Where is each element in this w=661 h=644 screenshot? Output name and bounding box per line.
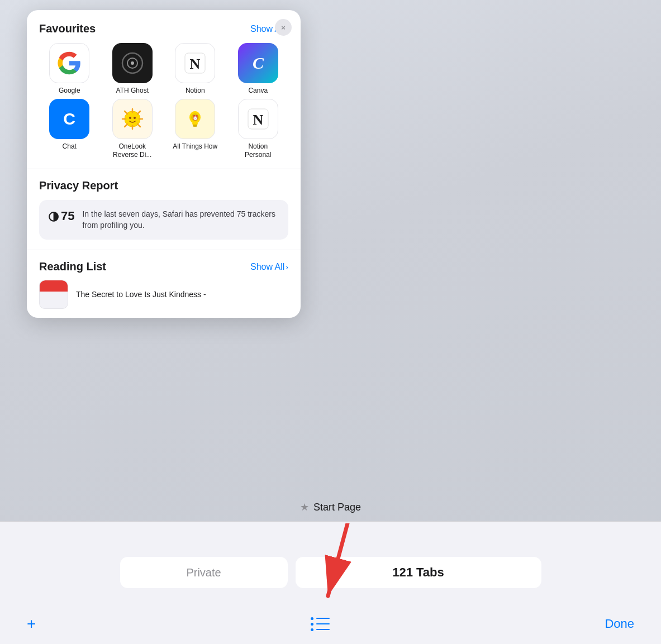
section-divider-2 (27, 250, 301, 250)
canva-icon: C (238, 43, 278, 83)
app-item-onelook[interactable]: OneLook Reverse Di... (102, 99, 163, 159)
tracker-count: 75 (61, 209, 74, 223)
svg-line-12 (125, 111, 127, 114)
list-dot-3 (311, 628, 313, 631)
favourites-title: Favourites (39, 22, 96, 35)
svg-line-15 (125, 124, 127, 127)
privacy-report-section: Privacy Report ◑ 75 In the last seven da… (39, 179, 288, 240)
svg-text:C: C (253, 54, 264, 72)
reading-list-show-all[interactable]: Show All › (250, 262, 288, 272)
svg-point-16 (129, 117, 131, 119)
svg-text:⏰: ⏰ (192, 115, 199, 121)
close-button[interactable]: × (275, 19, 292, 36)
list-line-1 (316, 618, 330, 619)
athghost-label: ATH Ghost (116, 87, 149, 94)
private-tab-button[interactable]: Private (120, 557, 288, 588)
privacy-report-card[interactable]: ◑ 75 In the last seven days, Safari has … (39, 200, 288, 240)
reading-list-item[interactable]: The Secret to Love Is Just Kindness - (39, 280, 288, 318)
reading-list-section: Reading List Show All › The Secret to Lo… (39, 260, 288, 318)
app-item-notionpersonal[interactable]: N Notion Personal (228, 99, 289, 159)
app-item-notion[interactable]: N Notion (165, 43, 226, 94)
chat-icon: C (49, 99, 89, 139)
popup-card: × Favourites Show All › Google (27, 10, 301, 318)
reading-list-header: Reading List Show All › (39, 260, 288, 273)
list-dot-1 (311, 617, 313, 620)
list-icon-row-2 (311, 623, 330, 626)
privacy-description: In the last seven days, Safari has preve… (82, 209, 279, 231)
notion-label: Notion (186, 87, 205, 94)
done-button[interactable]: Done (605, 617, 634, 631)
chat-label: Chat (63, 142, 77, 150)
favourites-header: Favourites Show All › (39, 22, 288, 35)
list-icon-row-3 (311, 628, 330, 631)
canva-label: Canva (248, 87, 268, 94)
app-item-google[interactable]: Google (39, 43, 100, 94)
google-icon (49, 43, 89, 83)
app-item-chat[interactable]: C Chat (39, 99, 100, 159)
privacy-report-title: Privacy Report (39, 179, 118, 192)
svg-point-2 (131, 61, 134, 65)
reading-list-title: Reading List (39, 260, 106, 273)
svg-line-13 (137, 124, 140, 127)
svg-text:N: N (190, 56, 201, 72)
private-tab-label: Private (186, 566, 221, 579)
list-icon-row-1 (311, 617, 330, 620)
app-item-athghost[interactable]: ATH Ghost (102, 43, 163, 94)
athghost-icon (112, 43, 153, 83)
start-page-label: Start Page (313, 502, 361, 513)
tracker-badge: ◑ 75 (48, 209, 74, 223)
bottom-toolbar: + Done (0, 615, 661, 633)
start-page-area: ★ Start Page (0, 501, 661, 518)
add-tab-button[interactable]: + (27, 615, 36, 633)
svg-text:C: C (63, 109, 75, 128)
tabs-count-label: 121 Tabs (392, 565, 444, 580)
tab-list-button[interactable] (311, 617, 330, 631)
privacy-report-header: Privacy Report (39, 179, 288, 192)
list-dot-2 (311, 623, 313, 626)
app-item-allthings[interactable]: ⏰ All Things How (165, 99, 226, 159)
svg-line-14 (137, 111, 140, 114)
notion-icon: N (175, 43, 215, 83)
tab-bar: Private 121 Tabs (0, 557, 661, 588)
reading-item-thumbnail (39, 280, 68, 309)
google-label: Google (59, 87, 80, 94)
svg-point-17 (134, 117, 136, 119)
onelook-icon (112, 99, 153, 139)
reading-item-title: The Secret to Love Is Just Kindness - (76, 289, 206, 299)
chevron-right-icon-2: › (286, 263, 288, 271)
star-icon: ★ (300, 501, 309, 513)
section-divider (27, 169, 301, 169)
app-item-canva[interactable]: C Canva (228, 43, 289, 94)
notionpersonal-label: Notion Personal (236, 142, 280, 159)
allthings-label: All Things How (173, 142, 217, 150)
svg-text:N: N (253, 112, 263, 128)
shield-icon: ◑ (48, 209, 59, 223)
onelook-label: OneLook Reverse Di... (110, 142, 155, 159)
list-line-3 (316, 629, 330, 631)
allthings-icon: ⏰ (175, 99, 215, 139)
list-line-2 (316, 623, 330, 625)
tabs-count-button[interactable]: 121 Tabs (296, 557, 541, 588)
app-grid: Google ATH Ghost N Notion (39, 43, 288, 159)
reading-thumb-color (40, 280, 68, 292)
notionpersonal-icon: N (238, 99, 278, 139)
